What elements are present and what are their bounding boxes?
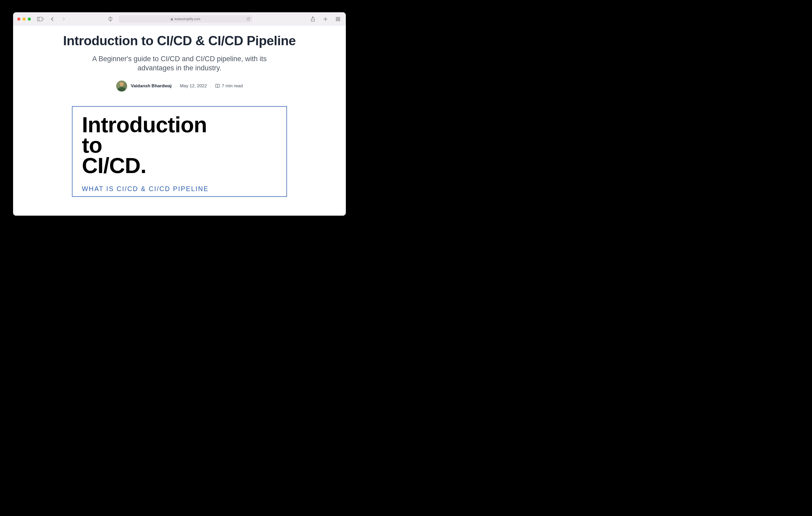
meta-separator: · bbox=[175, 84, 176, 88]
sidebar-icon bbox=[37, 17, 42, 21]
svg-rect-4 bbox=[339, 17, 340, 19]
page-content[interactable]: Introduction to CI/CD & CI/CD Pipeline A… bbox=[13, 26, 346, 216]
svg-rect-0 bbox=[37, 17, 42, 21]
tab-overview-button[interactable] bbox=[334, 16, 342, 23]
reload-button[interactable] bbox=[246, 17, 250, 21]
share-button[interactable] bbox=[309, 16, 317, 23]
minimize-window-button[interactable] bbox=[23, 18, 26, 21]
url-text: kubesimplify.com bbox=[174, 17, 200, 21]
close-window-button[interactable] bbox=[17, 18, 21, 21]
browser-toolbar: ▾ bbox=[13, 12, 346, 26]
article-subtitle: A Beginner's guide to CI/CD and CI/CD pi… bbox=[88, 54, 271, 73]
toolbar-center: kubesimplify.com bbox=[107, 16, 252, 23]
hero-line-2: to bbox=[82, 135, 277, 155]
maximize-window-button[interactable] bbox=[28, 18, 31, 21]
share-icon bbox=[311, 17, 315, 22]
publish-date: May 12, 2022 bbox=[180, 83, 207, 89]
shield-icon bbox=[108, 17, 113, 22]
toolbar-right bbox=[309, 16, 342, 23]
svg-rect-5 bbox=[336, 19, 338, 21]
article-title: Introduction to CI/CD & CI/CD Pipeline bbox=[63, 33, 296, 49]
chevron-down-icon: ▾ bbox=[43, 18, 44, 20]
plus-icon bbox=[323, 17, 327, 21]
forward-button[interactable] bbox=[60, 16, 67, 23]
svg-rect-2 bbox=[171, 19, 173, 20]
back-button[interactable] bbox=[49, 16, 56, 23]
chevron-right-icon bbox=[62, 17, 65, 21]
hero-line-1: Introduction bbox=[82, 115, 277, 135]
toolbar-left: ▾ bbox=[37, 16, 67, 23]
read-time: 7 min read bbox=[215, 83, 243, 89]
privacy-report-button[interactable] bbox=[107, 16, 114, 23]
book-icon bbox=[215, 84, 220, 88]
read-time-text: 7 min read bbox=[222, 83, 243, 89]
browser-window: ▾ bbox=[13, 12, 346, 216]
hero-line-3: CI/CD. bbox=[82, 155, 277, 176]
author-name[interactable]: Vaidansh Bhardwaj bbox=[131, 83, 172, 89]
hero-image: Introduction to CI/CD. WHAT IS CI/CD & C… bbox=[72, 106, 287, 197]
hero-title: Introduction to CI/CD. bbox=[82, 115, 277, 176]
chevron-left-icon bbox=[51, 17, 54, 21]
lock-icon bbox=[171, 18, 173, 21]
grid-icon bbox=[336, 17, 340, 21]
meta-separator: · bbox=[210, 84, 212, 88]
article-meta: Vaidansh Bhardwaj · May 12, 2022 · 7 min… bbox=[116, 81, 243, 91]
sidebar-toggle-button[interactable]: ▾ bbox=[37, 17, 44, 21]
hero-subtitle: WHAT IS CI/CD & CI/CD PIPELINE bbox=[82, 185, 277, 193]
window-controls bbox=[17, 18, 31, 21]
author-avatar[interactable] bbox=[116, 81, 127, 91]
svg-rect-6 bbox=[339, 19, 340, 21]
address-bar[interactable]: kubesimplify.com bbox=[119, 16, 252, 23]
svg-rect-3 bbox=[336, 17, 338, 19]
new-tab-button[interactable] bbox=[322, 16, 329, 23]
navigation-arrows bbox=[49, 16, 67, 23]
